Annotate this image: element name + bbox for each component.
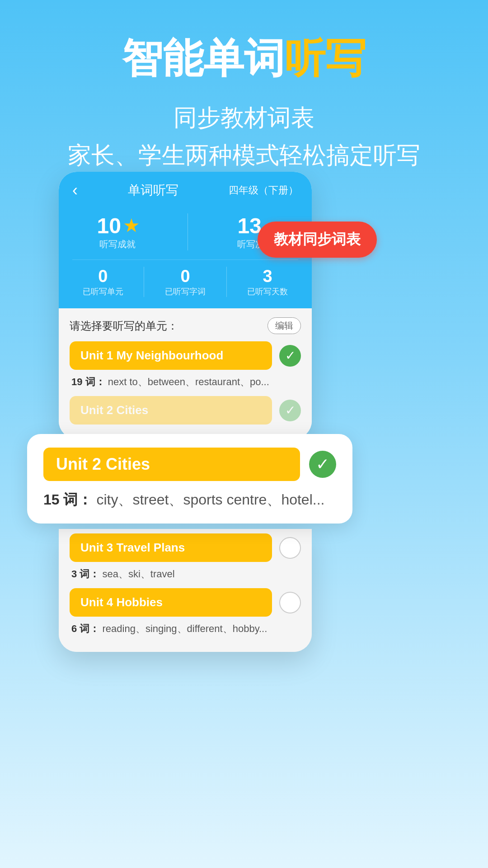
unit3-button[interactable]: Unit 3 Travel Plans xyxy=(70,533,272,562)
unit-item-1: Unit 1 My Neighbourhood ✓ 19 词： next to、… xyxy=(70,341,301,391)
checkmark-icon2: ✓ xyxy=(285,403,296,418)
unit-section-bottom: Unit 3 Travel Plans 3 词： sea、ski、travel … xyxy=(59,529,312,652)
subtitle: 同步教材词表 家长、学生两种模式轻松搞定听写 xyxy=(27,99,461,174)
unit4-name: Unit 4 Hobbies xyxy=(80,595,163,609)
unit4-circle[interactable] xyxy=(279,592,301,613)
days-value: 3 xyxy=(247,267,288,286)
units-label: 已听写单元 xyxy=(83,286,123,297)
score-number: 10 xyxy=(97,213,121,238)
score-label: 听写成就 xyxy=(97,238,138,250)
floating-unit2-button[interactable]: Unit 2 Cities xyxy=(43,448,300,481)
unit4-header-row: Unit 4 Hobbies xyxy=(70,588,301,617)
star-icon: ★ xyxy=(124,217,138,236)
unit3-circle[interactable] xyxy=(279,537,301,559)
floating-unit2-card: Unit 2 Cities ✓ 15 词： city、street、sports… xyxy=(27,434,352,524)
divider2 xyxy=(144,267,144,297)
unit-section: 请选择要听写的单元： 编辑 Unit 1 My Neighbourhood ✓ … xyxy=(59,308,312,439)
floating-unit2-words: 15 词： city、street、sports centre、hotel... xyxy=(43,490,336,510)
header-section: 智能单词听写 同步教材词表 家长、学生两种模式轻松搞定听写 xyxy=(0,0,488,201)
words-label: 已听写字词 xyxy=(165,286,206,297)
unit2-button[interactable]: Unit 2 Cities xyxy=(70,396,272,425)
unit-item-4: Unit 4 Hobbies 6 词： reading、singing、diff… xyxy=(70,588,301,637)
unit-item-2-preview: Unit 2 Cities ✓ xyxy=(70,396,301,425)
unit3-words: 3 词： sea、ski、travel xyxy=(70,562,301,583)
subtitle-line1: 同步教材词表 xyxy=(27,99,461,137)
unit1-check[interactable]: ✓ xyxy=(279,345,301,367)
units-value: 0 xyxy=(83,267,123,286)
unit4-count: 6 词： xyxy=(71,623,99,634)
app-title: 单词听写 xyxy=(128,182,178,199)
edit-button[interactable]: 编辑 xyxy=(267,317,301,334)
units-stat: 0 已听写单元 xyxy=(83,267,123,297)
unit-section-header: 请选择要听写的单元： 编辑 xyxy=(70,317,301,334)
score-value-row: 10 ★ xyxy=(97,213,138,238)
section-label: 请选择要听写的单元： xyxy=(70,319,178,333)
title-part1: 智能单词 xyxy=(122,36,285,81)
unit3-preview: sea、ski、travel xyxy=(102,568,174,580)
badge-pill: 教材同步词表 xyxy=(258,222,377,258)
unit1-name: Unit 1 My Neighbourhood xyxy=(80,349,223,362)
unit1-preview: next to、between、restaurant、po... xyxy=(108,376,269,387)
back-button[interactable]: ‹ xyxy=(72,181,78,200)
unit2-header-row: Unit 2 Cities ✓ xyxy=(70,396,301,425)
unit-item-3: Unit 3 Travel Plans 3 词： sea、ski、travel xyxy=(70,533,301,583)
unit3-header-row: Unit 3 Travel Plans xyxy=(70,533,301,562)
unit2-check[interactable]: ✓ xyxy=(279,400,301,421)
score-stat: 10 ★ 听写成就 xyxy=(97,213,138,250)
floating-checkmark-icon: ✓ xyxy=(316,455,329,474)
phone-mockup-bottom: Unit 3 Travel Plans 3 词： sea、ski、travel … xyxy=(59,529,312,652)
main-title: 智能单词听写 xyxy=(27,36,461,81)
floating-unit2-header: Unit 2 Cities ✓ xyxy=(43,448,336,481)
app-nav: ‹ 单词听写 四年级（下册） xyxy=(72,181,298,200)
floating-unit2-count: 15 词： xyxy=(43,491,92,508)
unit1-count: 19 词： xyxy=(71,376,105,387)
unit1-words: 19 词： next to、between、restaurant、po... xyxy=(70,370,301,391)
floating-unit2-name: Unit 2 Cities xyxy=(56,455,150,473)
divider1 xyxy=(188,213,188,250)
unit4-preview: reading、singing、different、hobby... xyxy=(102,623,267,634)
words-stat: 0 已听写字词 xyxy=(165,267,206,297)
unit3-name: Unit 3 Travel Plans xyxy=(80,541,185,554)
divider3 xyxy=(226,267,227,297)
unit2-name: Unit 2 Cities xyxy=(80,403,148,417)
title-part2: 听写 xyxy=(285,36,366,81)
unit4-button[interactable]: Unit 4 Hobbies xyxy=(70,588,272,617)
words-value: 0 xyxy=(165,267,206,286)
checkmark-icon: ✓ xyxy=(285,348,296,363)
grade-label: 四年级（下册） xyxy=(229,184,298,197)
unit1-button[interactable]: Unit 1 My Neighbourhood xyxy=(70,341,272,370)
secondary-stats: 0 已听写单元 0 已听写字词 3 已听写天数 xyxy=(72,259,298,308)
days-stat: 3 已听写天数 xyxy=(247,267,288,297)
floating-unit2-preview: city、street、sports centre、hotel... xyxy=(96,491,324,508)
unit4-words: 6 词： reading、singing、different、hobby... xyxy=(70,617,301,637)
days-label: 已听写天数 xyxy=(247,286,288,297)
unit3-count: 3 词： xyxy=(71,568,99,580)
badge-text: 教材同步词表 xyxy=(274,231,361,247)
unit1-header-row: Unit 1 My Neighbourhood ✓ xyxy=(70,341,301,370)
floating-unit2-check[interactable]: ✓ xyxy=(309,451,336,478)
subtitle-line2: 家长、学生两种模式轻松搞定听写 xyxy=(27,137,461,174)
phone-mockup: ‹ 单词听写 四年级（下册） 10 ★ 听写成就 13 听写次数 0 已 xyxy=(59,172,312,439)
